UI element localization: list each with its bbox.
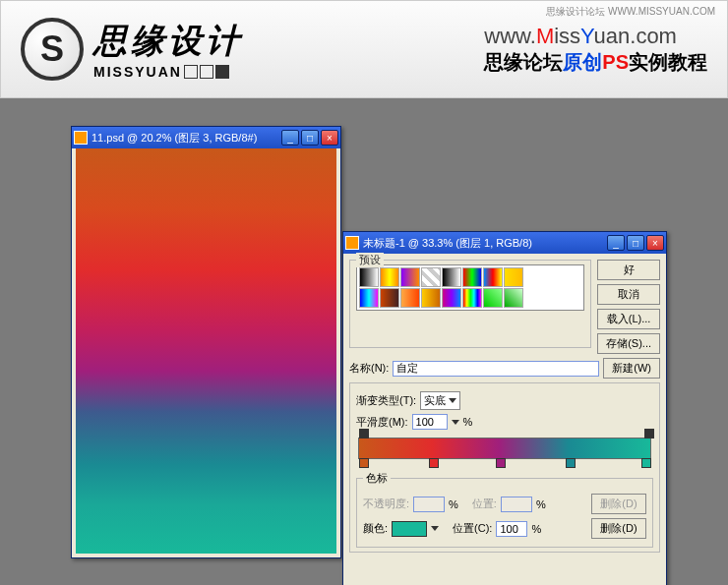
chevron-down-icon[interactable] [452,420,459,425]
ok-button[interactable]: 好 [597,260,660,280]
minimize-button[interactable]: _ [281,130,299,146]
position-input [501,497,532,512]
logo-cn: 思缘设计 [93,19,243,64]
workspace: 11.psd @ 20.2% (图层 3, RGB/8#) _ □ × 未标题-… [0,98,728,585]
name-input[interactable] [393,361,599,377]
color-stop[interactable] [566,458,576,468]
maximize-button[interactable]: □ [301,130,319,146]
maximize-button[interactable]: □ [627,235,644,251]
window-title: 未标题-1 @ 33.3% (图层 1, RGB/8) [363,236,607,251]
gradient-swatch[interactable] [359,288,379,308]
cancel-button[interactable]: 取消 [597,284,660,305]
stops-legend: 色标 [363,471,391,486]
gradient-swatch[interactable] [462,267,482,287]
type-dropdown[interactable]: 实底 [420,391,460,410]
gradient-swatch[interactable] [504,288,523,308]
square-icon [184,65,198,79]
color-well[interactable] [392,521,427,537]
logo-en: MISSYUAN [93,64,243,80]
corner-credit: 思缘设计论坛 WWW.MISSYUAN.COM [546,5,715,19]
color-stop[interactable] [359,458,369,468]
gradient-swatch[interactable] [504,267,523,287]
gradient-swatch[interactable] [400,267,420,287]
square-icon [215,65,229,79]
opacity-stop[interactable] [359,429,369,439]
color-stop[interactable] [496,458,506,468]
gradient-swatch[interactable] [421,267,441,287]
position-input[interactable] [496,521,527,537]
presets-label: 预设 [356,253,384,267]
gradient-swatch[interactable] [380,267,399,287]
color-stop[interactable] [641,458,651,468]
app-icon [345,236,359,250]
delete-button[interactable]: 删除(D) [591,518,646,539]
url-text: www.MissYuan.com [484,24,707,49]
position-label: 位置: [472,497,497,511]
new-button[interactable]: 新建(W) [603,358,660,379]
logo-text: 思缘设计 MISSYUAN [93,19,243,80]
color-stop[interactable] [429,458,439,468]
opacity-label: 不透明度: [363,497,409,511]
dialog-body: 预设 好 取消 载入(L)... 存储(S)... 名称(N): 新建(W) 渐… [343,254,666,564]
chevron-down-icon [449,398,456,403]
gradient-swatch[interactable] [483,267,503,287]
gradient-swatch[interactable] [483,288,503,308]
titlebar[interactable]: 11.psd @ 20.2% (图层 3, RGB/8#) _ □ × [72,127,340,148]
minimize-button[interactable]: _ [607,235,625,251]
position-label: 位置(C): [453,521,492,536]
close-button[interactable]: × [646,235,664,251]
gradient-swatch[interactable] [400,288,420,308]
canvas-gradient [76,148,336,554]
close-button[interactable]: × [321,130,338,146]
app-icon [74,131,88,145]
type-label: 渐变类型(T): [356,393,416,408]
smoothness-input[interactable] [412,414,448,430]
gradient-swatch[interactable] [442,288,461,308]
percent-label: % [463,416,473,428]
banner: 思缘设计论坛 WWW.MISSYUAN.COM S 思缘设计 MISSYUAN … [0,0,728,98]
color-label: 颜色: [363,521,388,536]
delete-button: 删除(D) [591,494,646,514]
logo-icon: S [21,18,84,81]
window-title: 11.psd @ 20.2% (图层 3, RGB/8#) [91,131,281,146]
opacity-input [413,497,445,512]
gradient-swatch[interactable] [442,267,461,287]
document-window[interactable]: 11.psd @ 20.2% (图层 3, RGB/8#) _ □ × [71,126,341,558]
load-button[interactable]: 载入(L)... [597,309,660,329]
name-label: 名称(N): [349,361,389,376]
gradient-swatch[interactable] [380,288,399,308]
smoothness-label: 平滑度(M): [356,415,408,430]
opacity-stop[interactable] [644,429,654,439]
gradient-swatch[interactable] [421,288,441,308]
gradient-swatch[interactable] [462,288,482,308]
subtitle: 思缘论坛原创PS实例教程 [484,49,707,76]
banner-right: www.MissYuan.com 思缘论坛原创PS实例教程 [484,24,707,76]
chevron-down-icon[interactable] [431,526,439,531]
square-icon [200,65,213,79]
gradient-bar[interactable] [358,438,651,459]
gradient-swatch[interactable] [359,267,379,287]
stops-fieldset: 色标 不透明度: % 位置: % 删除(D) 颜色: 位置(C [356,471,653,548]
gradient-editor-window[interactable]: 未标题-1 @ 33.3% (图层 1, RGB/8) _ □ × 预设 好 取… [342,231,667,585]
save-button[interactable]: 存储(S)... [597,333,660,354]
preset-swatches [356,264,584,311]
titlebar[interactable]: 未标题-1 @ 33.3% (图层 1, RGB/8) _ □ × [343,232,666,254]
